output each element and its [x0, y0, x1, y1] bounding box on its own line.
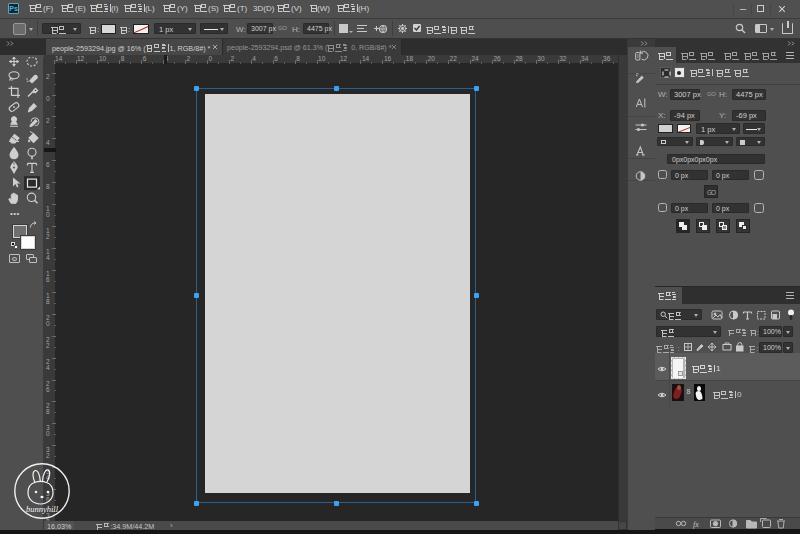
- svg-text:fx: fx: [693, 520, 699, 529]
- svg-text:bunnyhill: bunnyhill: [26, 504, 59, 514]
